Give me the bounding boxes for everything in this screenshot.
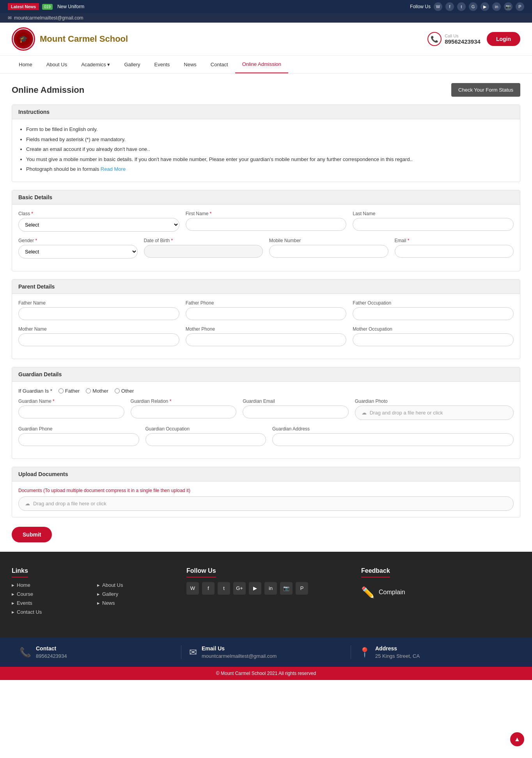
class-select[interactable]: Select bbox=[18, 218, 179, 232]
last-name-label: Last Name bbox=[353, 211, 514, 216]
instruction-3: Create an email account if you already d… bbox=[26, 145, 514, 153]
mother-name-group: Mother Name bbox=[18, 326, 179, 346]
mother-occupation-input[interactable] bbox=[353, 333, 514, 346]
guardian-drag-drop-text: Drag and drop a file here or click bbox=[370, 410, 443, 416]
father-name-input[interactable] bbox=[18, 307, 179, 320]
mother-phone-input[interactable] bbox=[186, 333, 347, 346]
nav-contact[interactable]: Contact bbox=[204, 56, 235, 73]
guardian-email-group: Guardian Email bbox=[243, 398, 349, 420]
social-instagram-icon[interactable]: 📷 bbox=[504, 2, 512, 11]
read-more-link[interactable]: Read More bbox=[101, 166, 126, 172]
guardian-phone-input[interactable] bbox=[18, 433, 139, 446]
first-name-input[interactable] bbox=[186, 218, 347, 231]
father-phone-input[interactable] bbox=[186, 307, 347, 320]
guardian-name-label: Guardian Name * bbox=[18, 398, 124, 404]
social-gplus-icon[interactable]: G bbox=[469, 2, 477, 11]
email-address: mountcarmelmailtest@gmail.com bbox=[14, 15, 83, 21]
mother-occupation-label: Mother Occupation bbox=[353, 326, 514, 332]
guardian-photo-upload[interactable]: ☁ Drag and drop a file here or click bbox=[355, 406, 514, 420]
main-nav: Home About Us Academics ▾ Gallery Events… bbox=[0, 56, 532, 74]
footer-linkedin-icon[interactable]: in bbox=[264, 582, 277, 595]
login-button[interactable]: Login bbox=[487, 32, 520, 46]
mother-phone-label: Mother Phone bbox=[186, 326, 347, 332]
guardian-photo-label: Guardian Photo bbox=[355, 398, 514, 404]
dob-input[interactable] bbox=[144, 245, 263, 258]
copyright-text: © Mount Carmel School 2021 All rights re… bbox=[216, 671, 316, 676]
footer-gplus-icon[interactable]: G+ bbox=[233, 582, 246, 595]
latest-news-label: Latest News bbox=[8, 3, 39, 10]
check-status-button[interactable]: Check Your Form Status bbox=[451, 83, 520, 97]
nav-news[interactable]: News bbox=[177, 56, 204, 73]
documents-upload[interactable]: ☁ Drag and drop a file here or click bbox=[18, 496, 514, 511]
instruction-5: Photograph should be in formals Read Mor… bbox=[26, 165, 514, 173]
guardian-relation-input[interactable] bbox=[131, 406, 237, 418]
news-text: New Uniform bbox=[57, 4, 84, 9]
guardian-mother-radio[interactable] bbox=[86, 388, 91, 393]
footer-contact-item: 📞 Contact 89562423934 bbox=[12, 645, 181, 659]
nav-online-admission[interactable]: Online Admission bbox=[235, 56, 288, 73]
nav-home[interactable]: Home bbox=[12, 56, 39, 73]
footer-contact-label: Contact bbox=[36, 645, 67, 652]
email-label: Email * bbox=[395, 238, 514, 243]
footer-whatsapp-icon[interactable]: W bbox=[186, 582, 199, 595]
nav-events[interactable]: Events bbox=[147, 56, 177, 73]
last-name-group: Last Name bbox=[353, 211, 514, 232]
footer-twitter-icon[interactable]: t bbox=[218, 582, 230, 595]
guardian-occupation-input[interactable] bbox=[145, 433, 266, 446]
top-bar-right: Follow Us W f t G ▶ in 📷 P bbox=[410, 2, 524, 11]
footer-social-icons: W f t G+ ▶ in 📷 P bbox=[186, 582, 346, 595]
footer-link-events[interactable]: Events bbox=[12, 600, 85, 606]
footer-instagram-icon[interactable]: 📷 bbox=[280, 582, 293, 595]
guardian-father-radio[interactable] bbox=[59, 388, 64, 393]
complain-area[interactable]: ✏️ Complain bbox=[361, 586, 520, 599]
guardian-mother-radio-label[interactable]: Mother bbox=[86, 388, 108, 394]
logo-area: 🎓 Mount Carmel School bbox=[12, 27, 128, 51]
email-input[interactable] bbox=[395, 245, 514, 258]
guardian-other-radio[interactable] bbox=[115, 388, 120, 393]
parent-row-2: Mother Name Mother Phone Mother Occupati… bbox=[18, 326, 514, 346]
footer-link-contact[interactable]: Contact Us bbox=[12, 609, 85, 615]
complain-icon: ✏️ bbox=[361, 586, 375, 599]
social-twitter-icon[interactable]: t bbox=[457, 2, 466, 11]
guardian-email-input[interactable] bbox=[243, 406, 349, 418]
guardian-other-radio-label[interactable]: Other bbox=[115, 388, 134, 394]
call-us: 📞 Call Us 89562423934 bbox=[427, 32, 481, 46]
footer-youtube-icon[interactable]: ▶ bbox=[249, 582, 261, 595]
social-youtube-icon[interactable]: ▶ bbox=[481, 2, 489, 11]
mother-name-input[interactable] bbox=[18, 333, 179, 346]
guardian-father-radio-label[interactable]: Father bbox=[59, 388, 80, 394]
footer-link-about[interactable]: About Us bbox=[97, 582, 171, 588]
guardian-name-input[interactable] bbox=[18, 406, 124, 418]
last-name-input[interactable] bbox=[353, 218, 514, 231]
page-header: Online Admission Check Your Form Status bbox=[12, 83, 520, 97]
social-facebook-icon[interactable]: f bbox=[445, 2, 454, 11]
footer-feedback-header: Feedback bbox=[361, 567, 390, 577]
guardian-address-label: Guardian Address bbox=[272, 426, 514, 432]
guardian-address-input[interactable] bbox=[272, 433, 514, 446]
guardian-email-label: Guardian Email bbox=[243, 398, 349, 404]
footer-facebook-icon[interactable]: f bbox=[202, 582, 215, 595]
nav-about[interactable]: About Us bbox=[39, 56, 74, 73]
basic-details-section: Basic Details Class * Select First Name … bbox=[12, 190, 520, 271]
footer-link-course[interactable]: Course bbox=[12, 591, 85, 597]
submit-button[interactable]: Submit bbox=[12, 527, 52, 542]
nav-academics[interactable]: Academics ▾ bbox=[74, 56, 117, 73]
footer-pinterest-icon[interactable]: P bbox=[296, 582, 308, 595]
footer-link-list-1: Home Course Events Contact Us bbox=[12, 582, 85, 615]
footer-link-home[interactable]: Home bbox=[12, 582, 85, 588]
social-pinterest-icon[interactable]: P bbox=[516, 2, 524, 11]
footer-link-news[interactable]: News bbox=[97, 600, 171, 606]
guardian-row-2: Guardian Phone Guardian Occupation Guard… bbox=[18, 426, 514, 446]
gender-select[interactable]: Select bbox=[18, 245, 138, 259]
social-linkedin-icon[interactable]: in bbox=[492, 2, 501, 11]
school-logo: 🎓 bbox=[12, 27, 35, 51]
father-occupation-input[interactable] bbox=[353, 307, 514, 320]
top-bar: Latest News 019 New Uniform Follow Us W … bbox=[0, 0, 532, 13]
nav-gallery[interactable]: Gallery bbox=[117, 56, 147, 73]
footer-email-label: Email Us bbox=[202, 645, 277, 652]
social-whatsapp-icon[interactable]: W bbox=[434, 2, 442, 11]
mobile-label: Mobile Number bbox=[269, 238, 388, 243]
footer-link-gallery[interactable]: Gallery bbox=[97, 591, 171, 597]
instruction-1: Form to be filled in English only. bbox=[26, 126, 514, 133]
mobile-input[interactable] bbox=[269, 245, 388, 258]
